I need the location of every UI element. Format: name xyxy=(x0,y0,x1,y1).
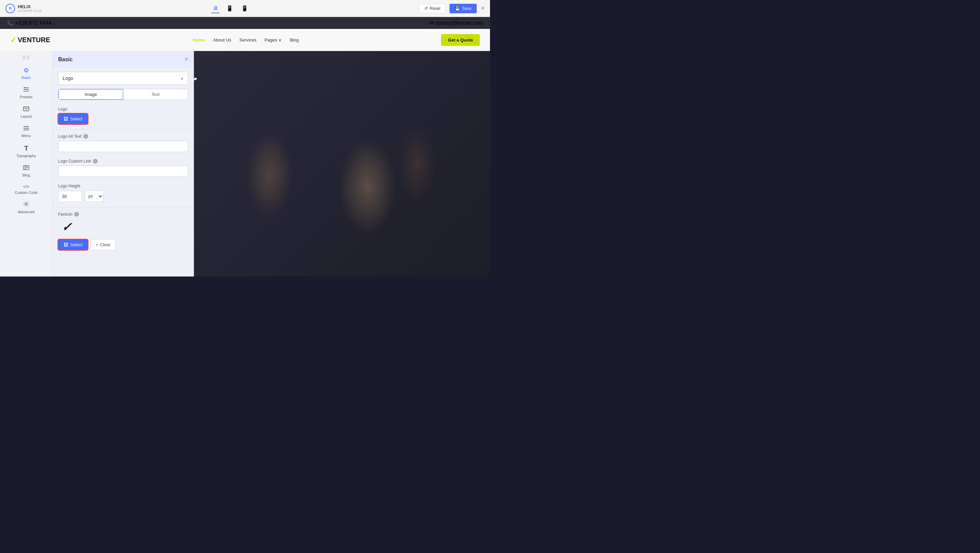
tab-image[interactable]: Image xyxy=(59,89,123,100)
favicon-image-icon: 🖼 xyxy=(64,242,68,247)
svg-point-15 xyxy=(25,203,27,205)
logo-label: Logo xyxy=(58,107,188,111)
helix-logo-icon: H xyxy=(5,4,15,13)
save-button[interactable]: 💾 Save xyxy=(450,4,477,13)
logo-custom-link-input[interactable] xyxy=(58,165,188,177)
helix-logo: H HELIX ULTIMATE 2.0.18 xyxy=(5,4,42,13)
sidebar-item-presets[interactable]: Presets xyxy=(0,83,52,102)
site-phone: 📞 +228 872 4444 xyxy=(7,20,52,26)
tab-text[interactable]: Text xyxy=(123,89,188,100)
reset-icon: ↺ xyxy=(424,6,428,11)
logo-height-input[interactable] xyxy=(58,191,82,202)
panel-title: Basic xyxy=(58,56,73,63)
site-nav: ✓ VENTURE Home About Us Services Pages ∨… xyxy=(0,29,490,51)
sidebar-item-advanced[interactable]: Advanced xyxy=(0,198,52,217)
logo-height-controls: px % em rem xyxy=(58,191,188,202)
nav-links: Home About Us Services Pages ∨ Blog xyxy=(192,37,299,43)
logo-height-label: Logo Height xyxy=(58,184,188,188)
sidebar-item-basic[interactable]: ⚙ Basic xyxy=(0,63,52,83)
logo-type-tabs: Image Text xyxy=(58,89,188,100)
nav-link-pages[interactable]: Pages ∨ xyxy=(264,37,282,43)
logo-field-group: Logo 🖼 Select xyxy=(53,104,194,128)
logo-custom-link-group: Logo Custom Link i xyxy=(53,156,194,181)
chevron-down-icon: ∨ xyxy=(278,37,282,43)
image-icon: 🖼 xyxy=(64,116,68,121)
site-logo: ✓ VENTURE xyxy=(10,36,50,44)
favicon-group: Favicon i ✓ 🖼 Select × Clear xyxy=(53,209,194,254)
site-strip: 📞 +228 872 4444 ✉ contact@email.com xyxy=(0,17,490,29)
divider-2 xyxy=(53,207,194,208)
favicon-image: ✓ xyxy=(61,220,73,234)
favicon-preview: ✓ xyxy=(58,219,75,236)
reset-button[interactable]: ↺ Reset xyxy=(419,4,445,13)
logo-alt-text-input[interactable] xyxy=(58,141,188,152)
blog-icon xyxy=(23,165,29,172)
logo-alt-text-group: Logo Alt Text i xyxy=(53,131,194,156)
sidebar: ⠿⠿ ⚙ Basic Presets Layout Menu T Typogra… xyxy=(0,51,53,276)
layout-icon xyxy=(23,106,29,113)
panel-header: Basic × xyxy=(53,51,194,68)
mobile-device-icon[interactable]: 📱 xyxy=(240,4,250,13)
close-button[interactable]: × xyxy=(481,5,485,12)
top-bar-actions: ↺ Reset 💾 Save × xyxy=(419,4,485,13)
favicon-buttons: 🖼 Select × Clear xyxy=(58,239,188,250)
sidebar-item-menu[interactable]: Menu xyxy=(0,122,52,141)
info-icon-alt-text[interactable]: i xyxy=(83,134,88,139)
nav-link-blog[interactable]: Blog xyxy=(290,37,299,43)
site-email: ✉ contact@email.com xyxy=(430,20,483,26)
favicon-label: Favicon i xyxy=(58,212,188,217)
sidebar-item-typography[interactable]: T Typography xyxy=(0,141,52,161)
divider-1 xyxy=(53,130,194,130)
logo-v-mark: ✓ xyxy=(10,36,16,44)
favicon-select-button[interactable]: 🖼 Select xyxy=(58,240,88,250)
settings-panel: Basic × Logo ∨ Image Text Logo 🖼 Select … xyxy=(53,51,194,276)
tablet-device-icon[interactable]: 📱 xyxy=(225,4,234,13)
info-icon-custom-link[interactable]: i xyxy=(93,159,98,164)
info-icon-favicon[interactable]: i xyxy=(74,212,79,217)
desktop-device-icon[interactable]: 🖥 xyxy=(211,4,220,13)
nav-link-home[interactable]: Home xyxy=(192,37,205,43)
menu-icon xyxy=(23,125,29,132)
logo-select-button[interactable]: 🖼 Select xyxy=(58,114,88,124)
helix-logo-text: HELIX ULTIMATE 2.0.18 xyxy=(18,4,42,13)
phone-icon: 📞 xyxy=(7,20,14,26)
email-icon: ✉ xyxy=(430,20,434,26)
logo-alt-text-label: Logo Alt Text i xyxy=(58,134,188,139)
save-icon: 💾 xyxy=(455,6,460,11)
nav-link-about[interactable]: About Us xyxy=(213,37,231,43)
custom-code-icon: </> xyxy=(23,184,30,189)
get-quote-button[interactable]: Get a Quote xyxy=(441,34,480,46)
drag-handle: ⠿⠿ xyxy=(22,55,30,60)
top-bar-left: H HELIX ULTIMATE 2.0.18 xyxy=(5,4,42,13)
logo-height-group: Logo Height px % em rem xyxy=(53,181,194,206)
typography-icon: T xyxy=(24,145,28,153)
panel-close-button[interactable]: × xyxy=(185,56,188,63)
presets-icon xyxy=(23,86,29,94)
panel-section-dropdown[interactable]: Logo ∨ xyxy=(58,72,188,85)
chevron-down-icon: ∨ xyxy=(180,76,184,81)
basic-icon: ⚙ xyxy=(24,67,29,74)
logo-custom-link-label: Logo Custom Link i xyxy=(58,159,188,164)
top-bar: H HELIX ULTIMATE 2.0.18 🖥 📱 📱 ↺ Reset 💾 … xyxy=(0,0,490,17)
favicon-clear-button[interactable]: × Clear xyxy=(91,239,116,250)
advanced-icon xyxy=(23,201,29,208)
logo-height-unit-select[interactable]: px % em rem xyxy=(85,191,103,202)
device-switcher: 🖥 📱 📱 xyxy=(211,4,250,13)
dropdown-label: Logo xyxy=(63,76,73,81)
nav-link-services[interactable]: Services xyxy=(240,37,256,43)
sidebar-item-blog[interactable]: Blog xyxy=(0,161,52,181)
clear-icon: × xyxy=(95,242,98,247)
sidebar-item-custom-code[interactable]: </> Custom Code xyxy=(0,181,52,198)
sidebar-item-layout[interactable]: Layout xyxy=(0,102,52,122)
